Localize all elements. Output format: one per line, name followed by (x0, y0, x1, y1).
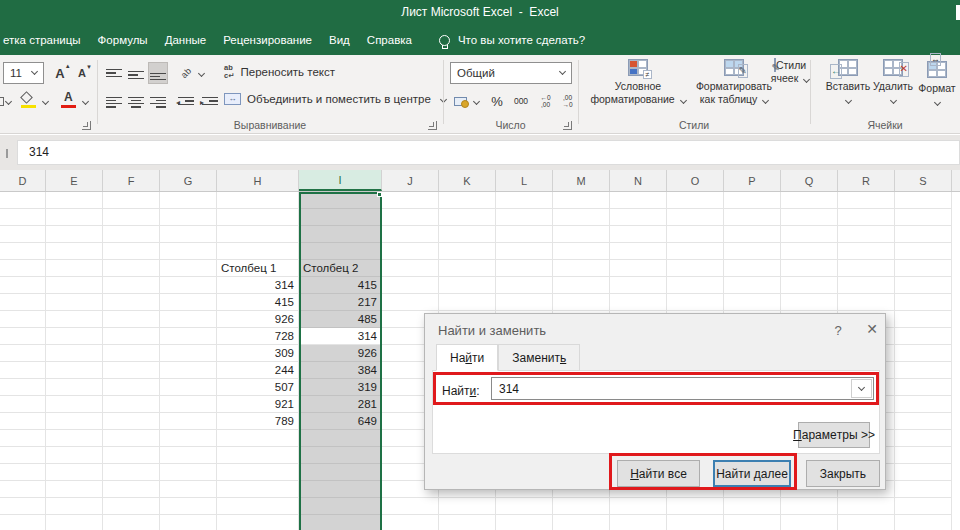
column-header-O[interactable]: O (667, 170, 724, 191)
column-header-S[interactable]: S (895, 170, 952, 191)
cell[interactable] (46, 515, 103, 530)
tab-find[interactable]: Найти (436, 344, 498, 371)
cell[interactable] (217, 515, 299, 530)
cell[interactable] (781, 209, 838, 226)
increase-font-size-button[interactable]: A▲ (50, 62, 70, 84)
ribbon-tab-1[interactable]: Формулы (98, 34, 148, 46)
cell[interactable] (610, 260, 667, 277)
cell[interactable] (382, 192, 439, 209)
cell[interactable] (382, 498, 439, 515)
cell[interactable] (610, 294, 667, 311)
cell[interactable] (838, 243, 895, 260)
cell[interactable] (160, 260, 217, 277)
cell[interactable] (103, 413, 160, 430)
decrease-decimal-button[interactable]: ,00 →0 (558, 90, 577, 112)
cell[interactable] (217, 192, 299, 209)
cell[interactable] (46, 413, 103, 430)
cell[interactable] (496, 498, 553, 515)
cell[interactable] (781, 515, 838, 530)
cell[interactable] (610, 277, 667, 294)
cell[interactable] (46, 447, 103, 464)
cell[interactable] (838, 192, 895, 209)
cell[interactable]: 314 (299, 328, 382, 345)
cell[interactable] (103, 277, 160, 294)
cell[interactable] (160, 396, 217, 413)
cell[interactable] (553, 277, 610, 294)
cell[interactable] (0, 243, 46, 260)
conditional-formatting-button[interactable]: ≠ Условное форматирование (582, 59, 694, 106)
cell[interactable] (439, 498, 496, 515)
align-center-button[interactable] (126, 90, 146, 112)
cell[interactable] (895, 362, 952, 379)
dialog-help-button[interactable]: ? (828, 323, 848, 338)
cell[interactable] (103, 192, 160, 209)
cell[interactable] (0, 396, 46, 413)
cell[interactable] (895, 413, 952, 430)
cell[interactable] (160, 226, 217, 243)
cell[interactable] (496, 226, 553, 243)
cell[interactable] (724, 277, 781, 294)
cell[interactable]: 309 (217, 345, 299, 362)
cell[interactable] (382, 515, 439, 530)
cell[interactable] (895, 430, 952, 447)
cell[interactable] (160, 209, 217, 226)
chevron-down-icon[interactable] (473, 98, 480, 105)
accounting-format-button[interactable] (450, 90, 470, 112)
cell[interactable] (0, 277, 46, 294)
ribbon-tab-5[interactable]: Справка (367, 34, 412, 46)
merge-center-button[interactable]: ↔ Объединить и поместить в центре (224, 93, 446, 105)
font-color-button[interactable]: A (56, 90, 80, 112)
cell[interactable] (160, 294, 217, 311)
cell[interactable] (103, 396, 160, 413)
cell[interactable] (724, 209, 781, 226)
cell[interactable] (895, 396, 952, 413)
cell[interactable]: 217 (299, 294, 382, 311)
options-button[interactable]: Параметры >> (798, 422, 870, 448)
column-header-F[interactable]: F (103, 170, 160, 191)
cell[interactable] (46, 209, 103, 226)
cell[interactable]: 649 (299, 413, 382, 430)
cell[interactable] (895, 243, 952, 260)
cell[interactable] (724, 515, 781, 530)
cell[interactable] (46, 311, 103, 328)
cell[interactable] (496, 260, 553, 277)
cell[interactable] (838, 498, 895, 515)
cell[interactable] (439, 515, 496, 530)
column-header-D[interactable]: D (0, 170, 46, 191)
cell[interactable] (46, 294, 103, 311)
cell[interactable] (496, 515, 553, 530)
cell[interactable] (103, 379, 160, 396)
cell[interactable] (667, 294, 724, 311)
cell[interactable] (724, 498, 781, 515)
increase-decimal-button[interactable]: ←0 ,00 (536, 90, 555, 112)
cell[interactable] (439, 277, 496, 294)
cell[interactable] (439, 226, 496, 243)
cell[interactable] (0, 481, 46, 498)
cell[interactable] (439, 243, 496, 260)
alignment-group-dialog-launcher[interactable] (428, 121, 437, 130)
cell[interactable] (895, 294, 952, 311)
cell[interactable]: 728 (217, 328, 299, 345)
cell[interactable] (103, 243, 160, 260)
cell[interactable] (103, 209, 160, 226)
cell[interactable] (0, 345, 46, 362)
cell[interactable] (160, 379, 217, 396)
cell[interactable] (46, 464, 103, 481)
cell[interactable] (0, 209, 46, 226)
cell[interactable] (382, 243, 439, 260)
cell[interactable] (160, 447, 217, 464)
cell[interactable] (838, 226, 895, 243)
column-header-L[interactable]: L (496, 170, 553, 191)
cell[interactable] (103, 362, 160, 379)
cell[interactable] (103, 328, 160, 345)
cell[interactable] (160, 277, 217, 294)
cell[interactable] (610, 243, 667, 260)
cell[interactable] (667, 260, 724, 277)
cell[interactable]: 415 (217, 294, 299, 311)
tab-replace[interactable]: Заменить (498, 344, 580, 371)
cell[interactable] (103, 311, 160, 328)
cell[interactable]: Столбец 2 (299, 260, 382, 277)
cell[interactable] (610, 192, 667, 209)
dialog-close-icon[interactable]: ✕ (861, 321, 883, 337)
cell[interactable]: 926 (217, 311, 299, 328)
